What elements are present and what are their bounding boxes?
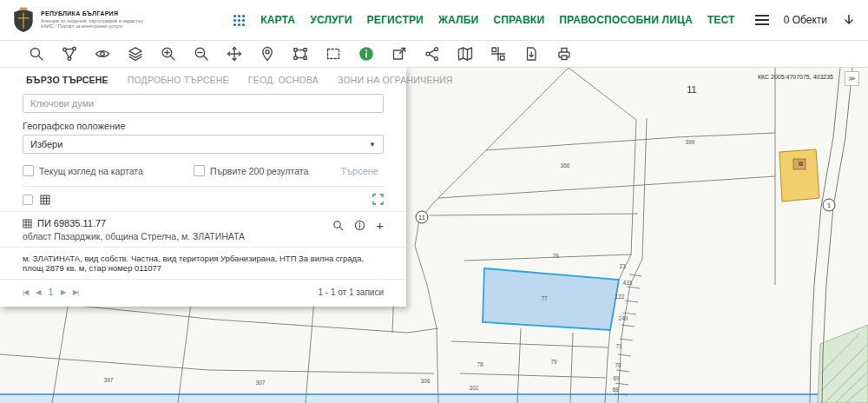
- search-tabs: БЪРЗО ТЪРСЕНЕ ПОДРОБНО ТЪРСЕНЕ ГЕОД. ОСН…: [0, 68, 406, 90]
- parcel-label: 399: [686, 139, 695, 145]
- parcel-label: 71: [615, 343, 621, 349]
- result-details: м. ЗЛАТИНАТА, вид собств. Частна, вид те…: [0, 247, 406, 280]
- parcel-label: 307: [256, 380, 266, 386]
- parcel-label: 77: [541, 295, 547, 301]
- download-document-icon[interactable]: [523, 45, 540, 63]
- last-page-button[interactable]: ▶|: [73, 288, 78, 296]
- nav-registri[interactable]: РЕГИСТРИ: [367, 14, 424, 26]
- parcel-label: 122: [615, 294, 625, 300]
- parcel-label: 11: [687, 84, 696, 95]
- current-view-checkbox[interactable]: [23, 165, 34, 176]
- result-parcel-id[interactable]: ПИ 69835.11.77: [37, 218, 106, 228]
- first-200-label[interactable]: Първите 200 резултата: [210, 166, 308, 176]
- nav-test[interactable]: ТЕСТ: [707, 14, 735, 26]
- export-map-icon[interactable]: [391, 45, 408, 63]
- select-value: Избери: [30, 139, 62, 149]
- logo-title: РЕПУБЛИКА БЪЛГАРИЯ: [41, 10, 143, 18]
- logo-subtitle-1: Агенция по геодезия, картография и кадас…: [41, 18, 143, 24]
- geo-location-label: Географско положение: [23, 121, 384, 131]
- map-node-badge: 1: [823, 199, 836, 212]
- parcel-label: 68: [612, 386, 618, 393]
- add-result-icon[interactable]: +: [376, 220, 384, 231]
- parcel-label: 79: [550, 359, 556, 365]
- expand-results-icon[interactable]: [372, 194, 384, 205]
- map-coordinates-readout: ККС 2005:4707075, 403235: [758, 74, 833, 80]
- parcel-label: 78: [477, 361, 483, 367]
- zoom-in-icon[interactable]: [160, 45, 177, 63]
- tab-geodetic-basis[interactable]: ГЕОД. ОСНОВА: [248, 75, 319, 85]
- parcel-label: 70: [615, 362, 621, 368]
- parcel-label: 76: [552, 253, 558, 259]
- draw-rectangle-icon[interactable]: [325, 45, 342, 63]
- agency-logo[interactable]: РЕПУБЛИКА БЪЛГАРИЯ Агенция по геодезия, …: [12, 7, 143, 33]
- print-icon[interactable]: [556, 45, 573, 63]
- apps-grid-icon[interactable]: [233, 14, 246, 27]
- keywords-input[interactable]: [23, 94, 384, 113]
- pagination: |◀ ◀ 1 ▶ ▶| 1 - 1 от 1 записи: [0, 280, 406, 307]
- search-button[interactable]: Търсене: [340, 166, 384, 176]
- coordinates-icon[interactable]: [490, 45, 507, 63]
- parcel-grid-icon: [23, 219, 32, 228]
- layers-icon[interactable]: [127, 45, 144, 63]
- result-info-icon[interactable]: [354, 220, 365, 231]
- menu-icon[interactable]: [755, 15, 769, 25]
- search-icon[interactable]: [28, 45, 45, 63]
- geo-location-select[interactable]: Избери ▼: [23, 135, 384, 154]
- nav-karta[interactable]: КАРТА: [260, 14, 295, 26]
- nav-zhalbi[interactable]: ЖАЛБИ: [438, 14, 478, 26]
- pan-icon[interactable]: [226, 45, 243, 63]
- result-location: област Пазарджик, община Стрелча, м. ЗЛА…: [23, 231, 245, 241]
- prev-page-button[interactable]: ◀: [36, 288, 40, 296]
- parcel-label: 23: [619, 263, 625, 269]
- select-area-icon[interactable]: [292, 45, 309, 63]
- app-header: РЕПУБЛИКА БЪЛГАРИЯ Агенция по геодезия, …: [0, 0, 868, 41]
- parcel-label: 306: [421, 378, 431, 384]
- nav-pravosposobni-litsa[interactable]: ПРАВОСПОСОБНИ ЛИЦА: [559, 14, 693, 26]
- visibility-icon[interactable]: [94, 45, 111, 63]
- tab-restriction-zones[interactable]: ЗОНИ НА ОГРАНИЧЕНИЯ: [338, 75, 453, 85]
- select-all-checkbox[interactable]: [23, 195, 33, 205]
- zoom-to-result-icon[interactable]: [332, 220, 344, 231]
- pagination-info: 1 - 1 от 1 записи: [318, 287, 384, 297]
- coat-of-arms-icon: [12, 7, 35, 33]
- first-page-button[interactable]: |◀: [23, 288, 28, 296]
- map-toolbar: [0, 41, 868, 68]
- route-icon[interactable]: [61, 45, 78, 63]
- next-page-button[interactable]: ▶: [61, 288, 65, 296]
- tab-detailed-search[interactable]: ПОДРОБНО ТЪРСЕНЕ: [128, 75, 229, 85]
- info-icon[interactable]: [358, 45, 375, 63]
- first-200-checkbox[interactable]: [194, 165, 205, 176]
- result-row[interactable]: ПИ 69835.11.77 област Пазарджик, община …: [0, 211, 406, 247]
- map-panel-collapse-button[interactable]: ≫: [845, 71, 859, 86]
- parcel-label: 302: [470, 385, 479, 391]
- logo-subtitle-2: КАИС - Портал за електронни услуги: [41, 23, 143, 30]
- location-pin-icon[interactable]: [259, 45, 276, 63]
- parcel-grid-icon: [40, 195, 50, 205]
- parcel-label: 366: [561, 162, 570, 168]
- share-icon[interactable]: [424, 45, 441, 63]
- parcel-label: 249: [619, 315, 628, 321]
- current-page[interactable]: 1: [48, 287, 53, 297]
- nav-spravki[interactable]: СПРАВКИ: [493, 14, 544, 26]
- objects-count[interactable]: 0 Обекти: [784, 14, 827, 26]
- parcel-label: 433: [623, 280, 633, 286]
- search-panel: БЪРЗО ТЪРСЕНЕ ПОДРОБНО ТЪРСЕНЕ ГЕОД. ОСН…: [0, 68, 406, 307]
- tab-quick-search[interactable]: БЪРЗО ТЪРСЕНЕ: [26, 75, 108, 85]
- results-header: [0, 187, 406, 211]
- chevron-down-icon: ▼: [369, 141, 376, 149]
- zoom-out-icon[interactable]: [193, 45, 210, 63]
- parcel-label: 69: [613, 375, 619, 381]
- map-book-icon[interactable]: [457, 45, 474, 63]
- parcel-label: 397: [104, 377, 114, 383]
- map-node-badge: 11: [416, 211, 429, 224]
- nav-uslugi[interactable]: УСЛУГИ: [310, 14, 352, 26]
- download-arrow-icon[interactable]: [842, 13, 856, 27]
- current-view-label[interactable]: Текущ изглед на картата: [39, 166, 143, 176]
